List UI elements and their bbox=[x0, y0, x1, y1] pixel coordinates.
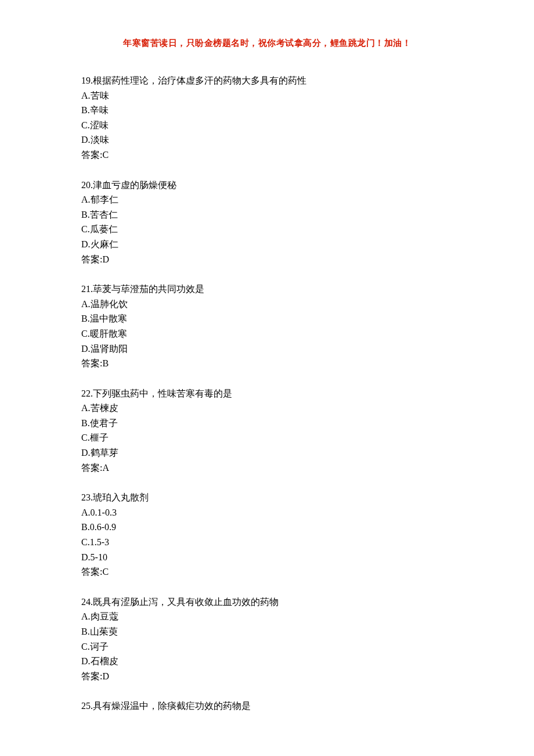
document-page: 年寒窗苦读日，只盼金榜题名时，祝你考试拿高分，鲤鱼跳龙门！加油！ 19.根据药性… bbox=[0, 0, 534, 756]
question-option: A.苦味 bbox=[81, 88, 453, 103]
question-option: C.榧子 bbox=[81, 430, 453, 445]
question-option: C.1.5-3 bbox=[81, 535, 453, 550]
question-option: D.淡味 bbox=[81, 132, 453, 147]
question-option: B.山茱萸 bbox=[81, 624, 453, 639]
question-option: B.0.6-0.9 bbox=[81, 520, 453, 535]
question-option: B.辛味 bbox=[81, 103, 453, 118]
question-stem: 19.根据药性理论，治疗体虚多汗的药物大多具有的药性 bbox=[81, 73, 453, 88]
question-stem: 24.既具有涩肠止泻，又具有收敛止血功效的药物 bbox=[81, 595, 453, 610]
question-option: B.苦杏仁 bbox=[81, 207, 453, 222]
question-option: B.温中散寒 bbox=[81, 311, 453, 326]
question-option: A.郁李仁 bbox=[81, 192, 453, 207]
question-answer: 答案:B bbox=[81, 356, 453, 371]
question-option: D.石榴皮 bbox=[81, 654, 453, 669]
question-option: C.瓜蒌仁 bbox=[81, 222, 453, 237]
question-stem: 23.琥珀入丸散剂 bbox=[81, 490, 453, 505]
question-option: A.温肺化饮 bbox=[81, 297, 453, 312]
question-block: 24.既具有涩肠止泻，又具有收敛止血功效的药物A.肉豆蔻B.山茱萸C.诃子D.石… bbox=[81, 595, 453, 684]
question-block: 20.津血亏虚的肠燥便秘A.郁李仁B.苦杏仁C.瓜蒌仁D.火麻仁答案:D bbox=[81, 178, 453, 267]
question-option: D.温肾助阳 bbox=[81, 341, 453, 357]
question-option: D.鹤草芽 bbox=[81, 445, 453, 460]
page-header: 年寒窗苦读日，只盼金榜题名时，祝你考试拿高分，鲤鱼跳龙门！加油！ bbox=[81, 36, 453, 50]
question-stem: 21.荜茇与荜澄茄的共同功效是 bbox=[81, 282, 453, 297]
question-answer: 答案:A bbox=[81, 460, 453, 476]
question-option: B.使君子 bbox=[81, 416, 453, 431]
question-block: 21.荜茇与荜澄茄的共同功效是A.温肺化饮B.温中散寒C.暖肝散寒D.温肾助阳答… bbox=[81, 282, 453, 371]
question-block: 23.琥珀入丸散剂A.0.1-0.3B.0.6-0.9C.1.5-3D.5-10… bbox=[81, 490, 453, 579]
content-area: 19.根据药性理论，治疗体虚多汗的药物大多具有的药性A.苦味B.辛味C.涩味D.… bbox=[81, 73, 453, 714]
question-option: C.诃子 bbox=[81, 639, 453, 654]
question-stem: 25.具有燥湿温中，除痰截疟功效的药物是 bbox=[81, 699, 453, 714]
question-answer: 答案:D bbox=[81, 252, 453, 267]
question-option: D.火麻仁 bbox=[81, 237, 453, 252]
question-answer: 答案:C bbox=[81, 147, 453, 163]
question-stem: 20.津血亏虚的肠燥便秘 bbox=[81, 178, 453, 193]
question-stem: 22.下列驱虫药中，性味苦寒有毒的是 bbox=[81, 386, 453, 401]
question-option: D.5-10 bbox=[81, 550, 453, 565]
question-option: C.涩味 bbox=[81, 118, 453, 133]
question-answer: 答案:D bbox=[81, 669, 453, 684]
question-block: 22.下列驱虫药中，性味苦寒有毒的是A.苦楝皮B.使君子C.榧子D.鹤草芽答案:… bbox=[81, 386, 453, 476]
question-option: A.苦楝皮 bbox=[81, 401, 453, 416]
question-block: 19.根据药性理论，治疗体虚多汗的药物大多具有的药性A.苦味B.辛味C.涩味D.… bbox=[81, 73, 453, 163]
question-option: A.0.1-0.3 bbox=[81, 505, 453, 520]
question-block: 25.具有燥湿温中，除痰截疟功效的药物是 bbox=[81, 699, 453, 714]
question-option: A.肉豆蔻 bbox=[81, 609, 453, 624]
question-answer: 答案:C bbox=[81, 564, 453, 579]
question-option: C.暖肝散寒 bbox=[81, 326, 453, 341]
